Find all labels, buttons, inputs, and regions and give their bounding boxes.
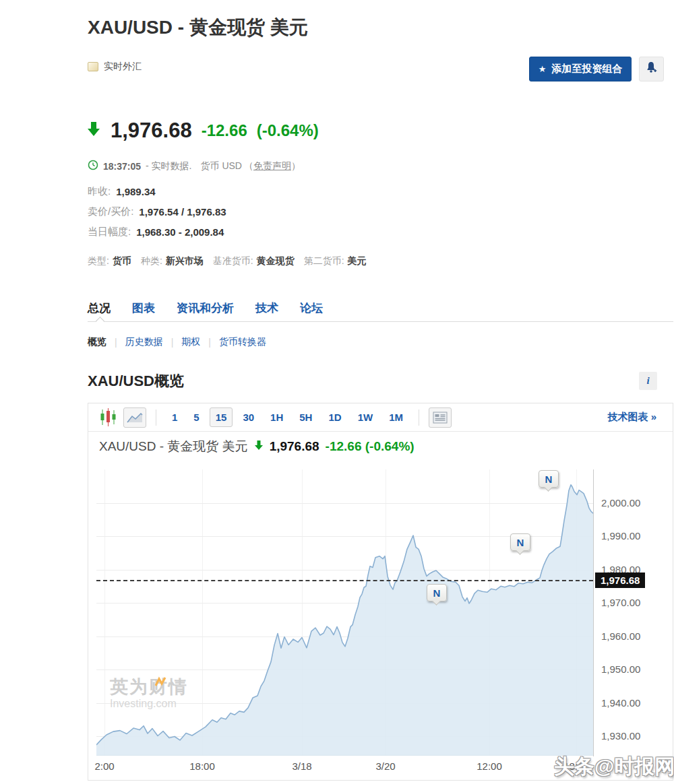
y-axis-label: 1,960.00 bbox=[601, 630, 640, 642]
realtime-forex-label: 实时外汇 bbox=[104, 61, 142, 73]
y-axis-column: 2,000.001,990.001,980.001,970.001,960.00… bbox=[593, 469, 673, 756]
y-axis-label: 1,930.00 bbox=[601, 730, 640, 742]
quote-stats: 昨收:1,989.34 卖价/买价:1,976.54 / 1,976.83 当日… bbox=[88, 181, 226, 242]
chart-last-price: 1,976.68 bbox=[270, 439, 319, 454]
sub-tabs: 概览| 历史数据| 期权| 货币转换器 bbox=[88, 336, 266, 348]
subtab-options[interactable]: 期权 bbox=[181, 336, 200, 348]
chart-plot[interactable]: 英为财情 Investing.com NNN bbox=[96, 469, 593, 756]
quote-time: 18:37:05 bbox=[103, 161, 141, 172]
instrument-flag-icon bbox=[88, 62, 98, 71]
meta-second: 第二货币:美元 bbox=[304, 255, 367, 267]
news-marker[interactable]: N bbox=[539, 470, 559, 488]
investing-watermark: 英为财情 Investing.com bbox=[110, 675, 188, 710]
star-icon: ★ bbox=[539, 64, 547, 74]
interval-15[interactable]: 15 bbox=[210, 407, 233, 427]
y-axis-label: 1,990.00 bbox=[601, 530, 640, 542]
investing-logo-accent bbox=[154, 676, 166, 688]
photo-watermark: 头条@时报网 bbox=[554, 753, 674, 781]
page-title: XAU/USD - 黄金现货 美元 bbox=[88, 15, 308, 40]
meta-group: 种类:新兴市场 bbox=[141, 255, 204, 267]
x-axis-label: 12:00 bbox=[468, 760, 511, 772]
interval-1w[interactable]: 1W bbox=[352, 407, 379, 427]
tabs-divider bbox=[88, 321, 673, 322]
disclaimer-link[interactable]: 免责声明 bbox=[253, 160, 291, 171]
info-icon[interactable]: i bbox=[639, 372, 657, 390]
alert-bell-button[interactable] bbox=[639, 57, 664, 81]
area-chart-icon[interactable] bbox=[123, 407, 146, 428]
clock-icon bbox=[88, 160, 98, 172]
instrument-meta: 类型:货币 种类:新兴市场 基准货币:黄金现货 第二货币:美元 bbox=[88, 255, 367, 267]
news-marker[interactable]: N bbox=[510, 533, 530, 551]
price-change: -12.66 bbox=[202, 121, 247, 140]
main-tabs: 总况 图表 资讯和分析 技术 论坛 bbox=[88, 300, 323, 316]
interval-5h[interactable]: 5H bbox=[293, 407, 318, 427]
last-price-tag: 1,976.68 bbox=[595, 573, 645, 588]
price-down-arrow-icon bbox=[86, 121, 101, 140]
x-axis-row: 2:0018:003/183/2012:0018:00 bbox=[96, 756, 593, 777]
price-area-fill bbox=[96, 485, 593, 756]
meta-base: 基准货币:黄金现货 bbox=[213, 255, 295, 267]
technical-chart-link[interactable]: 技术图表 » bbox=[607, 411, 656, 424]
stat-prev-close: 昨收:1,989.34 bbox=[88, 181, 226, 201]
investing-watermark-cn: 英为财情 bbox=[110, 675, 188, 699]
subtab-currency-converter[interactable]: 货币转换器 bbox=[219, 336, 266, 348]
chart-widget: 1 5 15 30 1H 5H 1D 1W 1M 技术图表 » XAU/USD … bbox=[88, 403, 673, 781]
chart-change: -12.66 (-0.64%) bbox=[326, 439, 415, 454]
investing-watermark-en: Investing.com bbox=[110, 698, 188, 710]
last-price-dashed-line bbox=[96, 580, 593, 581]
interval-1d[interactable]: 1D bbox=[322, 407, 347, 427]
tab-chart[interactable]: 图表 bbox=[132, 300, 155, 316]
stat-bid-ask: 卖价/买价:1,976.54 / 1,976.83 bbox=[88, 201, 226, 222]
chart-header: XAU/USD - 黄金现货 美元 1,976.68 -12.66 (-0.64… bbox=[88, 432, 673, 461]
active-tab-caret bbox=[96, 317, 104, 325]
tab-technical[interactable]: 技术 bbox=[255, 300, 278, 316]
y-axis-label: 2,000.00 bbox=[601, 497, 640, 509]
tab-news-analysis[interactable]: 资讯和分析 bbox=[177, 300, 234, 316]
y-axis-label: 1,940.00 bbox=[601, 697, 640, 709]
y-axis-label: 1,970.00 bbox=[601, 597, 640, 608]
chart-title: XAU/USD - 黄金现货 美元 bbox=[99, 438, 248, 455]
interval-1h[interactable]: 1H bbox=[264, 407, 289, 427]
interval-5[interactable]: 5 bbox=[187, 407, 205, 427]
price-chart-svg bbox=[96, 469, 593, 756]
news-events-icon[interactable] bbox=[429, 407, 452, 428]
price-change-pct: (-0.64%) bbox=[257, 121, 319, 140]
candlestick-chart-icon[interactable] bbox=[96, 407, 119, 428]
bell-icon bbox=[646, 61, 657, 77]
chart-down-arrow-icon bbox=[254, 439, 264, 454]
interval-1m[interactable]: 1M bbox=[383, 407, 409, 427]
add-to-portfolio-button[interactable]: ★ 添加至投资组合 bbox=[529, 57, 632, 81]
stat-day-range: 当日幅度:1,968.30 - 2,009.84 bbox=[88, 222, 226, 242]
x-axis-label: 2:00 bbox=[83, 760, 126, 772]
chart-toolbar: 1 5 15 30 1H 5H 1D 1W 1M 技术图表 » bbox=[88, 403, 673, 432]
subtab-overview[interactable]: 概览 bbox=[88, 336, 106, 348]
currency-note: 货币 USD bbox=[201, 160, 242, 172]
interval-1[interactable]: 1 bbox=[166, 407, 183, 427]
subtab-historical-data[interactable]: 历史数据 bbox=[125, 336, 163, 348]
last-price: 1,976.68 bbox=[111, 119, 192, 143]
news-marker[interactable]: N bbox=[427, 584, 447, 601]
x-axis-label: 3/18 bbox=[280, 760, 324, 772]
x-axis-label: 18:00 bbox=[181, 760, 224, 772]
y-axis-label: 1,950.00 bbox=[601, 663, 640, 675]
add-to-portfolio-label: 添加至投资组合 bbox=[551, 63, 622, 75]
x-axis-label: 3/20 bbox=[364, 760, 407, 772]
tab-overview[interactable]: 总况 bbox=[88, 300, 111, 316]
tab-forum[interactable]: 论坛 bbox=[300, 300, 323, 316]
meta-type: 类型:货币 bbox=[88, 255, 131, 267]
overview-section-title: XAU/USD概览 bbox=[88, 371, 184, 391]
realtime-data-label: - 实时数据. bbox=[146, 160, 191, 172]
interval-30[interactable]: 30 bbox=[237, 407, 260, 427]
